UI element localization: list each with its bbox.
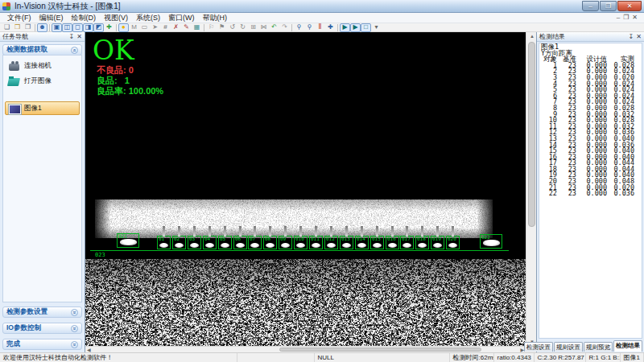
picture-frame-icon[interactable]: ▦ (192, 23, 202, 32)
maximize-button[interactable]: ❐ (600, 1, 617, 11)
menu-system[interactable]: 系统(S) (132, 13, 164, 23)
window-controls: – ❐ ✕ (582, 1, 642, 11)
close-button[interactable]: ✕ (617, 1, 642, 11)
image-viewport: OK 不良品: 0良品: 1良品率: 100.00% (85, 32, 536, 352)
run-once-icon[interactable]: ▶ (350, 23, 361, 32)
light-bulb-icon[interactable]: ● (118, 23, 129, 32)
mdi-minimize-icon[interactable]: – (617, 14, 620, 21)
rotate-cw-icon[interactable]: ↻ (237, 23, 248, 32)
toolbar: ❏❒❐☻▣◫◻◨◩✚●M▭➤#✗✎▦⚐⚑↺↻⊞⋈↶↷⚲⚲Ⅱ✚▶▶□▾ (0, 23, 644, 32)
section-finish[interactable]: 完成» (2, 339, 82, 350)
toolbar-separator (204, 24, 204, 31)
section-detect-params[interactable]: 检测参数设置» (2, 306, 82, 318)
pin-lead (239, 226, 242, 237)
zoom-in-icon[interactable]: ⚲ (294, 23, 304, 32)
image-canvas[interactable]: OK 不良品: 0良品: 1良品率: 100.00% (85, 32, 526, 346)
capture-full-icon[interactable]: ◩ (93, 23, 104, 32)
toolbar-overflow-icon[interactable]: ▾ (371, 23, 382, 32)
status-detect-time: 检测时间:62ms (450, 353, 494, 362)
section-io-params[interactable]: IO参数控制» (2, 323, 82, 334)
menu-file[interactable]: 文件(F) (3, 13, 35, 23)
solder-pad (402, 243, 411, 248)
chip-image (95, 200, 493, 238)
redo-icon[interactable]: ↷ (279, 23, 290, 32)
close-panel-icon[interactable]: ✕ (76, 33, 82, 40)
annotation-baseline-label: 023 (95, 252, 105, 258)
menu-view[interactable]: 视图(V) (100, 13, 132, 23)
left-panel-header: 任务导航 ↧ ✕ (0, 32, 85, 42)
pin-lead (406, 226, 408, 237)
solder-pad (120, 239, 137, 245)
annotation-pin-018: 018 (415, 236, 429, 249)
annotation-label: 04 (204, 236, 210, 241)
run-continuous-icon[interactable]: ▶ (340, 23, 350, 32)
cursor-icon[interactable]: ➤ (150, 23, 160, 32)
open-folder-icon[interactable]: ❒ (12, 23, 23, 32)
pin-icon[interactable]: ↧ (69, 33, 75, 40)
section-title: 完成 (6, 339, 20, 349)
toolbar-separator (49, 24, 50, 31)
undo-icon[interactable]: ↶ (269, 23, 279, 32)
annotation-pin-09: 09 (279, 236, 292, 249)
table-cell: 23 (557, 191, 576, 197)
expand-chevron-icon[interactable]: » (71, 341, 78, 348)
menu-edit[interactable]: 编辑(E) (35, 13, 68, 23)
grid-icon[interactable]: # (160, 23, 171, 32)
tab-rule-settings[interactable]: 规则设置 (554, 342, 583, 352)
annotation-label: 015 (372, 236, 381, 241)
annotation-label: 03 (189, 236, 195, 241)
solder-pad (312, 243, 320, 248)
menu-window[interactable]: 窗口(W) (164, 13, 199, 23)
collapse-chevron-icon[interactable]: » (71, 47, 78, 54)
pixel-grid-icon[interactable]: ⊞ (248, 23, 258, 32)
mdi-restore-icon[interactable]: ❐ (623, 14, 629, 21)
nav-item-label: 连接相机 (24, 61, 52, 71)
nav-item-open-image[interactable]: 打开图像 (5, 74, 80, 88)
close-panel-icon[interactable]: ✕ (636, 33, 642, 40)
edit-mark-icon[interactable]: ✎ (181, 23, 192, 32)
delete-mark-icon[interactable]: ✗ (171, 23, 181, 32)
zoom-out-icon[interactable]: ⚲ (304, 23, 315, 32)
rotate-ccw-icon[interactable]: ↺ (227, 23, 237, 32)
vertical-scrollbar[interactable]: ▲ ▼ (526, 32, 536, 346)
tab-detect-settings[interactable]: 检测设置 (524, 342, 553, 352)
pan-move-icon[interactable]: ✚ (325, 23, 336, 32)
exposure-icon[interactable]: M (129, 23, 139, 32)
measure-columns-icon[interactable]: Ⅱ (315, 23, 325, 32)
capture-window-icon[interactable]: ◻ (72, 23, 83, 32)
horizontal-scrollbar[interactable]: ◀ ▶ (85, 346, 526, 352)
tab-detect-results[interactable]: 检测结果 (613, 340, 642, 352)
nav-item-image-1[interactable]: 图像1 (5, 101, 80, 115)
mdi-close-icon[interactable]: ✕ (632, 14, 638, 21)
annotation-left-pad: 021 (117, 233, 139, 248)
minimize-button[interactable]: – (582, 1, 599, 11)
section-data-acquisition[interactable]: 检测数据获取 » (2, 44, 82, 56)
monitor-icon[interactable]: ▭ (139, 23, 150, 32)
pin-icon[interactable]: ↧ (629, 33, 634, 40)
pin-lead (345, 226, 348, 237)
capture-continuous-icon[interactable]: ◫ (62, 23, 72, 32)
status-image: 图像1 (621, 353, 644, 362)
menu-draw[interactable]: 绘制(D) (68, 13, 101, 23)
flag-filled-icon[interactable]: ⚑ (217, 23, 227, 32)
table-row: 22230.0000.036 (541, 191, 642, 197)
flag-outline-icon[interactable]: ⚐ (206, 23, 217, 32)
expand-chevron-icon[interactable]: » (71, 325, 78, 332)
horizontal-scroll-thumb[interactable] (279, 348, 482, 352)
tab-rule-preview[interactable]: 规则预览 (584, 342, 613, 352)
menu-help[interactable]: 帮助(H) (199, 13, 232, 23)
scroll-up-icon[interactable]: ▲ (530, 34, 535, 39)
marker-cross-icon[interactable]: ✚ (104, 23, 114, 32)
capture-single-icon[interactable]: ▣ (52, 23, 62, 32)
nav-item-connect-camera[interactable]: 连接相机 (5, 59, 80, 72)
stop-run-icon[interactable]: □ (361, 23, 371, 32)
expand-chevron-icon[interactable]: » (71, 309, 78, 316)
capture-roi-icon[interactable]: ◨ (83, 23, 93, 32)
user-account-icon[interactable]: ☻ (37, 23, 47, 32)
right-panel-header: 检测结果 ↧ ✕ (537, 32, 644, 42)
new-file-icon[interactable]: ❏ (2, 23, 12, 32)
stretch-horizontal-icon[interactable]: ⋈ (258, 23, 269, 32)
import-image-icon[interactable]: ❐ (23, 23, 33, 32)
nav-item-label: 图像1 (24, 104, 42, 113)
vertical-scroll-thumb[interactable] (528, 42, 535, 227)
